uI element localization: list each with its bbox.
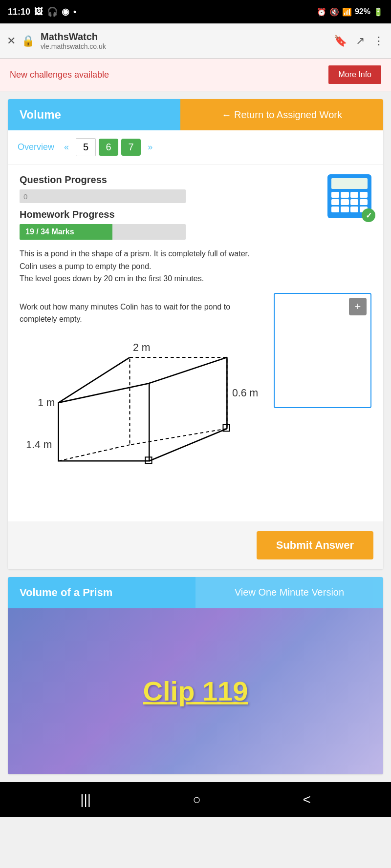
- page-6-button[interactable]: 6: [99, 139, 118, 156]
- progress-left: Question Progress 0 Homework Progress 19…: [20, 174, 327, 240]
- submit-button[interactable]: Submit Answer: [257, 531, 373, 559]
- progress-area: Question Progress 0 Homework Progress 19…: [20, 174, 371, 240]
- dim-1m: 1 m: [38, 396, 55, 408]
- prism-svg: 2 m 1 m 0.6 m 1.4 m: [20, 331, 266, 500]
- dim-06m: 0.6 m: [232, 387, 258, 398]
- video-title-label: Volume of a Prism: [20, 586, 112, 599]
- browser-icon-status: ◉: [62, 6, 69, 17]
- notification-text: New challenges available: [10, 70, 109, 80]
- return-button[interactable]: ← Return to Assigned Work: [180, 99, 383, 130]
- svg-marker-0: [59, 383, 150, 461]
- view-one-minute-label: View One Minute Version: [235, 587, 344, 598]
- question-progress-bar: 0: [20, 189, 186, 203]
- status-left: 11:10 🖼 🎧 ◉ •: [8, 6, 76, 17]
- video-section: Volume of a Prism View One Minute Versio…: [8, 577, 383, 774]
- dim-14m: 1.4 m: [26, 439, 52, 450]
- calc-screen: [331, 178, 368, 189]
- dot-indicator: •: [73, 7, 76, 17]
- close-button[interactable]: ✕: [7, 35, 16, 47]
- time-display: 11:10: [8, 7, 30, 17]
- svg-line-3: [149, 357, 227, 383]
- next-arrow[interactable]: »: [144, 140, 156, 154]
- share-icon[interactable]: ↗: [356, 35, 365, 47]
- expand-button[interactable]: +: [349, 298, 367, 315]
- problem-line-1: This is a pond in the shape of a prism. …: [20, 248, 371, 260]
- submit-area: Submit Answer: [8, 521, 383, 569]
- return-label: ← Return to Assigned Work: [222, 109, 342, 121]
- calc-check-icon: ✓: [362, 208, 375, 222]
- svg-marker-1: [130, 357, 227, 445]
- photo-icon: 🖼: [34, 7, 43, 17]
- bluetooth-icon: 🎧: [47, 6, 58, 17]
- pagination: Overview « 5 6 7 »: [8, 130, 383, 165]
- lock-icon: 🔒: [22, 35, 35, 47]
- back-button[interactable]: <: [303, 792, 310, 807]
- site-name: MathsWatch: [41, 31, 328, 42]
- volume-header: Volume: [8, 99, 180, 130]
- question-progress-label: Question Progress: [20, 174, 327, 186]
- video-title: Volume of a Prism: [8, 577, 196, 608]
- homework-progress-bar: 19 / 34 Marks: [20, 224, 186, 240]
- problem-line-4: Work out how many minutes Colin has to w…: [20, 301, 266, 326]
- battery-icon: 🔋: [373, 7, 383, 17]
- menu-icon[interactable]: ⋮: [373, 35, 384, 47]
- url-block: MathsWatch vle.mathswatch.co.uk: [41, 31, 328, 50]
- prism-diagram: Work out how many minutes Colin has to w…: [20, 293, 266, 502]
- question-section: Question Progress 0 Homework Progress 19…: [8, 165, 383, 521]
- bookmark-icon[interactable]: 🔖: [334, 35, 347, 47]
- view-one-minute-button[interactable]: View One Minute Version: [196, 577, 383, 608]
- prev-arrow[interactable]: «: [60, 140, 73, 154]
- video-thumbnail[interactable]: Clip 119: [8, 608, 383, 774]
- dim-2m: 2 m: [133, 342, 150, 353]
- main-content: Volume ← Return to Assigned Work Overvie…: [8, 99, 383, 569]
- header-bar: Volume ← Return to Assigned Work: [8, 99, 383, 130]
- status-right: ⏰ 🔇 📶 92% 🔋: [317, 7, 383, 17]
- homework-bar-fill: 19 / 34 Marks: [20, 224, 112, 240]
- overview-link[interactable]: Overview: [18, 142, 54, 152]
- recent-apps-button[interactable]: |||: [80, 792, 91, 807]
- calc-buttons: [331, 192, 368, 212]
- more-info-button[interactable]: More Info: [328, 65, 381, 84]
- answer-input[interactable]: [279, 315, 367, 403]
- clip-label: Clip 119: [143, 675, 248, 707]
- problem-line-3: The level goes down by 20 cm in the firs…: [20, 272, 371, 285]
- wifi-icon: 📶: [342, 7, 352, 17]
- alarm-icon: ⏰: [317, 7, 326, 17]
- battery-display: 92%: [355, 7, 370, 16]
- volume-label: Volume: [20, 108, 61, 122]
- current-page: 5: [76, 138, 96, 156]
- svg-line-5: [149, 429, 227, 461]
- page-7-button[interactable]: 7: [121, 139, 141, 156]
- svg-line-2: [59, 357, 130, 403]
- bottom-nav: ||| ○ <: [0, 782, 391, 817]
- home-button[interactable]: ○: [193, 792, 201, 807]
- question-progress-value: 0: [23, 192, 27, 201]
- site-url: vle.mathswatch.co.uk: [41, 42, 328, 50]
- notification-banner: New challenges available More Info: [0, 59, 391, 91]
- work-area: Work out how many minutes Colin has to w…: [20, 293, 371, 502]
- browser-chrome: ✕ 🔒 MathsWatch vle.mathswatch.co.uk 🔖 ↗ …: [0, 23, 391, 59]
- problem-text: This is a pond in the shape of a prism. …: [20, 248, 371, 285]
- homework-progress-value: 19 / 34 Marks: [25, 227, 74, 236]
- homework-progress-label: Homework Progress: [20, 209, 327, 220]
- answer-box[interactable]: +: [274, 293, 371, 408]
- video-header: Volume of a Prism View One Minute Versio…: [8, 577, 383, 608]
- problem-line-2: Colin uses a pump to empty the pond.: [20, 260, 371, 273]
- status-bar: 11:10 🖼 🎧 ◉ • ⏰ 🔇 📶 92% 🔋: [0, 0, 391, 23]
- browser-actions: 🔖 ↗ ⋮: [334, 35, 384, 47]
- svg-line-4: [59, 445, 130, 461]
- calculator-icon[interactable]: ✓: [327, 174, 371, 218]
- mute-icon: 🔇: [329, 7, 339, 17]
